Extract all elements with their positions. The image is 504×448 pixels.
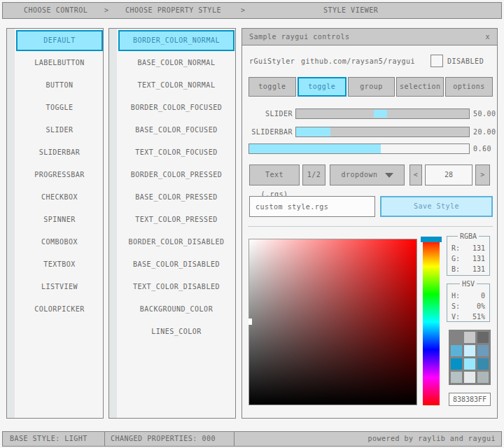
style-color-swatch[interactable] bbox=[477, 332, 489, 343]
slider-track[interactable] bbox=[295, 108, 470, 119]
sliderbar-track[interactable] bbox=[295, 127, 470, 137]
property-list-item[interactable]: TEXT_COLOR_NORMAL bbox=[118, 75, 234, 96]
sliderbar-label: SLIDERBAR bbox=[242, 127, 293, 137]
chevron-right-icon: > bbox=[241, 3, 246, 18]
property-list-item[interactable]: BACKGROUND_COLOR bbox=[118, 299, 234, 320]
property-list-item[interactable]: BORDER_COLOR_NORMAL bbox=[118, 30, 234, 51]
toggle-group-item[interactable]: options bbox=[445, 77, 493, 97]
style-color-swatch[interactable] bbox=[477, 345, 489, 356]
statusbar-changed-properties: CHANGED PROPERTIES: 000 bbox=[104, 431, 234, 447]
window-titlebar[interactable]: Sample raygui controls x bbox=[242, 29, 497, 46]
rgba-groupbox-title: RGBA bbox=[458, 232, 479, 240]
control-list-item-labelbutton[interactable]: LABELBUTTON bbox=[16, 52, 103, 74]
slider-value: 50.00 bbox=[473, 108, 496, 119]
progressbar-value: 0.60 bbox=[473, 144, 491, 154]
breadcrumb-choose-property-style: CHOOSE PROPERTY STYLE bbox=[125, 3, 221, 18]
toggle-group-item[interactable]: selection bbox=[396, 77, 444, 97]
property-list-item[interactable]: BASE_COLOR_DISABLED bbox=[118, 254, 234, 275]
disabled-checkbox[interactable] bbox=[430, 55, 443, 67]
control-list-item-sliderbar[interactable]: SLIDERBAR bbox=[16, 142, 103, 163]
b-label: B: bbox=[451, 264, 460, 274]
brand-label: rGuiStyler bbox=[249, 55, 295, 68]
g-value: 131 bbox=[472, 253, 485, 264]
hsv-groupbox: HSV H: 0 S: 0% V: 51% bbox=[447, 284, 490, 322]
file-type-button[interactable]: Text (.rgs) bbox=[249, 164, 300, 186]
close-icon[interactable]: x bbox=[485, 33, 490, 41]
v-label: V: bbox=[451, 312, 460, 322]
progressbar bbox=[248, 144, 470, 154]
control-list-item-listview[interactable]: LISTVIEW bbox=[16, 276, 103, 298]
style-color-swatch[interactable] bbox=[464, 332, 475, 343]
hsv-row-s: S: 0% bbox=[451, 301, 485, 312]
style-color-swatch[interactable] bbox=[464, 345, 475, 356]
filename-input[interactable] bbox=[249, 196, 375, 217]
hue-selector[interactable] bbox=[421, 237, 442, 242]
r-value: 131 bbox=[472, 243, 485, 253]
control-list-item-textbox[interactable]: TEXTBOX bbox=[16, 254, 103, 275]
control-list-item-slider[interactable]: SLIDER bbox=[16, 120, 103, 141]
spinner-value[interactable]: 28 bbox=[425, 164, 472, 186]
controls-list-scrollbar[interactable] bbox=[7, 29, 15, 418]
spinner-increment-button[interactable]: > bbox=[475, 164, 490, 186]
v-value: 51% bbox=[472, 312, 485, 322]
property-list-item[interactable]: BORDER_COLOR_DISABLED bbox=[118, 232, 234, 253]
control-list-item-combobox[interactable]: COMBOBOX bbox=[16, 232, 103, 253]
property-list-item[interactable]: TEXT_COLOR_PRESSED bbox=[118, 209, 234, 230]
r-label: R: bbox=[451, 243, 460, 253]
property-list-item[interactable]: LINES_COLOR bbox=[118, 321, 234, 342]
control-list-item-default[interactable]: DEFAULT bbox=[16, 30, 103, 51]
property-list-item[interactable]: BASE_COLOR_PRESSED bbox=[118, 187, 234, 208]
save-style-button[interactable]: Save Style bbox=[380, 196, 493, 217]
progressbar-fill bbox=[249, 144, 381, 153]
control-list-item-spinner[interactable]: SPINNER bbox=[16, 209, 103, 230]
property-list-item[interactable]: BORDER_COLOR_PRESSED bbox=[118, 164, 234, 186]
dropdown-label: dropdown bbox=[341, 171, 377, 178]
spinner-decrement-button[interactable]: < bbox=[410, 164, 422, 186]
hex-color-value[interactable]: 838383FF bbox=[449, 393, 491, 406]
property-list-item[interactable]: TEXT_COLOR_FOCUSED bbox=[118, 142, 234, 163]
control-list-item-colorpicker[interactable]: COLORPICKER bbox=[16, 299, 103, 320]
hsv-row-v: V: 51% bbox=[451, 312, 485, 322]
half-button[interactable]: 1/2 bbox=[302, 164, 326, 186]
toggle-group-item-active[interactable]: toggle bbox=[298, 77, 346, 97]
breadcrumb: CHOOSE CONTROL > CHOOSE PROPERTY STYLE >… bbox=[2, 2, 502, 19]
style-color-swatch[interactable] bbox=[451, 345, 462, 356]
property-list-item[interactable]: BASE_COLOR_NORMAL bbox=[118, 52, 234, 74]
toggle-group-item[interactable]: toggle bbox=[248, 77, 296, 97]
control-list-item-button[interactable]: BUTTON bbox=[16, 75, 103, 96]
style-color-swatch[interactable] bbox=[464, 372, 475, 383]
style-color-swatches bbox=[449, 330, 491, 385]
chevron-down-icon bbox=[385, 173, 393, 178]
h-value: 0 bbox=[481, 290, 485, 301]
properties-list-scrollbar[interactable] bbox=[109, 29, 117, 418]
rgba-groupbox: RGBA R: 131 G: 131 B: 131 bbox=[447, 236, 490, 276]
property-list-item[interactable]: BORDER_COLOR_FOCUSED bbox=[118, 97, 234, 118]
color-saturation-value-panel[interactable] bbox=[248, 239, 417, 405]
property-list-item[interactable]: BASE_COLOR_FOCUSED bbox=[118, 120, 234, 141]
control-list-item-progressbar[interactable]: PROGRESSBAR bbox=[16, 164, 103, 186]
style-color-swatch[interactable] bbox=[451, 332, 462, 343]
style-color-swatch[interactable] bbox=[451, 372, 462, 383]
style-color-swatch[interactable] bbox=[477, 372, 489, 383]
control-list-item-toggle[interactable]: TOGGLE bbox=[16, 97, 103, 118]
b-value: 131 bbox=[472, 264, 485, 274]
toggle-group-item[interactable]: group bbox=[348, 77, 396, 97]
style-color-swatch[interactable] bbox=[477, 358, 489, 370]
property-list-item[interactable]: TEXT_COLOR_DISABLED bbox=[118, 276, 234, 298]
color-picker-cursor[interactable] bbox=[248, 318, 252, 325]
hue-bar[interactable] bbox=[423, 239, 440, 405]
hsv-row-h: H: 0 bbox=[451, 290, 485, 301]
statusbar-base-style: BASE STYLE: LIGHT bbox=[2, 431, 105, 447]
h-label: H: bbox=[451, 290, 460, 301]
dropdown-button[interactable]: dropdown bbox=[330, 164, 405, 186]
s-value: 0% bbox=[477, 301, 485, 312]
control-list-item-checkbox[interactable]: CHECKBOX bbox=[16, 187, 103, 208]
breadcrumb-style-viewer: STYLE VIEWER bbox=[323, 3, 378, 18]
slider-handle[interactable] bbox=[374, 110, 387, 118]
properties-list: BORDER_COLOR_NORMAL BASE_COLOR_NORMAL TE… bbox=[108, 28, 236, 419]
style-color-swatch[interactable] bbox=[464, 358, 475, 370]
style-color-swatch[interactable] bbox=[451, 358, 462, 370]
chevron-right-icon: > bbox=[104, 3, 109, 18]
breadcrumb-choose-control: CHOOSE CONTROL bbox=[24, 3, 88, 18]
divider-line bbox=[248, 226, 493, 227]
